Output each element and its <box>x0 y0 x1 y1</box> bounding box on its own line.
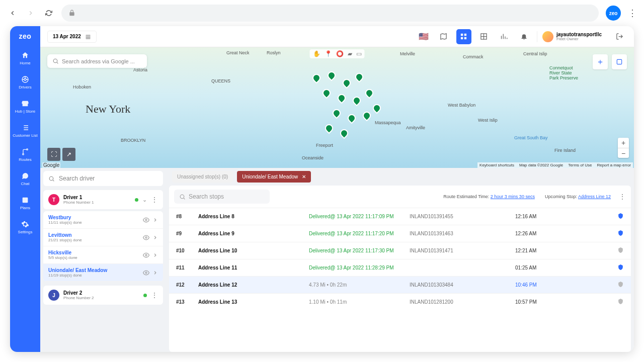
stats-button[interactable] <box>497 29 512 44</box>
sidenav-item-chat[interactable]: Chat <box>10 167 40 191</box>
calendar-icon <box>85 34 91 40</box>
map-fullscreen-button[interactable]: ⛶ <box>47 148 60 161</box>
shield-icon[interactable] <box>566 264 624 272</box>
map-area[interactable]: Search address via Google ... ✋ 📍 ⭕ ▰ ▭ … <box>40 47 634 168</box>
zoom-in-button[interactable]: + <box>618 138 629 148</box>
chevron-right-icon[interactable] <box>152 217 158 223</box>
chevron-right-icon[interactable] <box>152 252 158 258</box>
svg-rect-5 <box>86 35 90 39</box>
routes-list: Westbury 11/11 stop(s) done Levittown 21… <box>43 211 163 282</box>
route-row[interactable]: Levittown 21/21 stop(s) done <box>43 229 163 246</box>
table-view-button[interactable] <box>476 29 492 44</box>
eye-icon[interactable] <box>143 252 149 258</box>
map-search-placeholder: Search address via Google ... <box>62 58 135 64</box>
map-view-button[interactable] <box>436 29 451 44</box>
search-stops-input[interactable]: Search stops <box>174 190 270 204</box>
marker-tool-icon[interactable]: 📍 <box>325 50 332 57</box>
tab-unassigned[interactable]: Unassigned stop(s) (0) <box>172 171 233 183</box>
upcoming-stop-link[interactable]: Address Line 12 <box>578 194 611 199</box>
shield-icon[interactable] <box>566 298 624 306</box>
est-time-link[interactable]: 2 hour 3 mins 30 secs <box>491 194 535 199</box>
svg-rect-8 <box>461 37 463 39</box>
polygon-tool-icon[interactable]: ▰ <box>348 50 352 57</box>
zoom-out-button[interactable]: − <box>618 148 629 158</box>
hand-tool-icon[interactable]: ✋ <box>313 50 320 57</box>
driver-avatar: T <box>48 194 59 205</box>
sidenav-item-home[interactable]: Home <box>10 46 40 70</box>
stop-time: 12:21 AM <box>515 248 566 253</box>
circle-tool-icon[interactable]: ⭕ <box>336 50 344 57</box>
chevron-down-icon[interactable]: ⌄ <box>142 197 147 203</box>
browser-reload-button[interactable] <box>43 8 54 19</box>
stop-status: Delivered@ 13 Apr 2022 11:17:09 PM <box>309 214 410 219</box>
stop-row[interactable]: #8 Address Line 8 Delivered@ 13 Apr 2022… <box>169 208 631 225</box>
sidenav-item-hub[interactable]: Hub | Store <box>10 95 40 119</box>
route-row[interactable]: Westbury 11/11 stop(s) done <box>43 211 163 229</box>
map-search-input[interactable]: Search address via Google ... <box>47 54 147 68</box>
route-icon <box>21 148 29 156</box>
browser-back-button[interactable] <box>7 8 18 19</box>
eye-icon[interactable] <box>143 234 149 241</box>
stop-time: 10:46 PM <box>515 282 566 288</box>
svg-point-18 <box>180 195 184 199</box>
rect-tool-icon[interactable]: ▭ <box>356 50 362 57</box>
sidenav-label: Drivers <box>19 85 31 89</box>
stop-row[interactable]: #13 Address Line 13 1.10 Mi • 0h 11m INL… <box>169 293 631 310</box>
sidenav-item-drivers[interactable]: Drivers <box>10 70 40 95</box>
stop-status: 1.10 Mi • 0h 11m <box>309 299 410 305</box>
browser-forward-button[interactable] <box>25 8 36 19</box>
user-menu[interactable]: jayautotransportllc Fleet Owner <box>537 31 607 42</box>
driver-card-2[interactable]: J Driver 2 Phone Number 2 ⋮ <box>43 286 163 305</box>
stop-index: #9 <box>176 231 198 236</box>
plans-icon <box>21 196 29 204</box>
topbar: 13 Apr 2022 🇺🇸 jaya <box>40 26 634 47</box>
stop-row[interactable]: #10 Address Line 10 Delivered@ 13 Apr 20… <box>169 242 631 259</box>
browser-url-bar[interactable] <box>61 5 599 22</box>
stop-row[interactable]: #9 Address Line 9 Delivered@ 13 Apr 2022… <box>169 225 631 242</box>
search-stops-placeholder: Search stops <box>189 193 224 200</box>
route-row[interactable]: Uniondale/ East Meadow 11/19 stop(s) don… <box>43 264 163 282</box>
map-zoom-control: + − <box>618 138 629 158</box>
stops-table: #8 Address Line 8 Delivered@ 13 Apr 2022… <box>169 208 631 352</box>
grid-view-button[interactable] <box>456 29 471 44</box>
date-picker[interactable]: 13 Apr 2022 <box>47 31 97 43</box>
logout-button[interactable] <box>612 29 627 44</box>
status-dot-online <box>135 198 138 202</box>
eye-icon[interactable] <box>143 269 149 276</box>
map-route-toggle-button[interactable]: ↗ <box>62 148 75 161</box>
map-drawing-tools[interactable]: ✋ 📍 ⭕ ▰ ▭ <box>310 49 365 58</box>
shield-icon[interactable] <box>566 281 624 289</box>
driver-menu-button[interactable]: ⋮ <box>151 291 158 299</box>
shield-icon[interactable] <box>566 213 624 220</box>
shield-icon[interactable] <box>566 230 624 237</box>
tab-route-active[interactable]: Uniondale/ East Meadow ✕ <box>237 171 311 183</box>
route-row[interactable]: Hicksville 5/5 stop(s) done <box>43 246 163 264</box>
sidenav-item-routes[interactable]: Routes <box>10 143 40 167</box>
home-icon <box>21 51 29 59</box>
stop-row[interactable]: #11 Address Line 11 Delivered@ 13 Apr 20… <box>169 259 631 276</box>
sidenav-item-settings[interactable]: Settings <box>10 215 40 239</box>
stop-row[interactable]: #12 Address Line 12 4.73 Mi • 0h 22m INL… <box>169 276 631 293</box>
sidenav-item-customers[interactable]: Customer List <box>10 119 40 143</box>
route-progress: 21/21 stop(s) done <box>48 238 140 242</box>
driver-card-1[interactable]: T Driver 1 Phone Number 1 ⌄ ⋮ <box>43 190 163 209</box>
stop-index: #10 <box>176 248 198 253</box>
shield-icon[interactable] <box>566 247 624 254</box>
map-export-button[interactable] <box>612 54 627 69</box>
date-text: 13 Apr 2022 <box>53 34 81 39</box>
close-icon[interactable]: ✕ <box>302 174 306 179</box>
search-driver-input[interactable]: Search driver <box>43 171 163 186</box>
sidenav-item-plans[interactable]: Plans <box>10 191 40 215</box>
notifications-button[interactable] <box>517 29 532 44</box>
chevron-right-icon[interactable] <box>152 235 158 240</box>
map-add-button[interactable]: ＋ <box>593 54 608 69</box>
stop-code: INLAND101391463 <box>410 231 515 236</box>
map-route-cluster <box>307 69 388 154</box>
driver-menu-button[interactable]: ⋮ <box>151 196 158 204</box>
flag-us-icon[interactable]: 🇺🇸 <box>416 29 431 44</box>
driver-avatar: J <box>48 290 59 301</box>
eye-icon[interactable] <box>143 217 149 223</box>
browser-menu-button[interactable]: ⋮ <box>628 8 637 19</box>
chevron-right-icon[interactable] <box>152 270 158 276</box>
stops-menu-button[interactable]: ⋮ <box>619 193 626 201</box>
